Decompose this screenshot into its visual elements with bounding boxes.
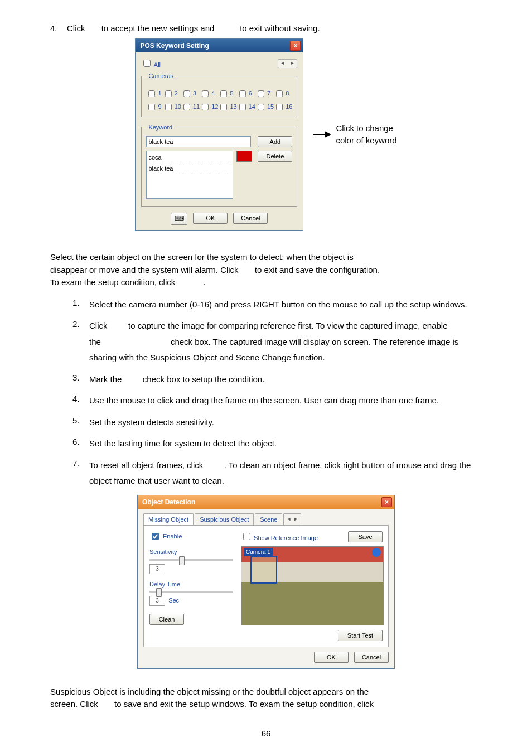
tab-nav[interactable]: ◄ ► — [283, 513, 301, 526]
cameras-legend: Cameras — [146, 71, 176, 81]
start-test-button[interactable]: Start Test — [338, 630, 383, 641]
camera-checkbox[interactable]: 7 — [255, 89, 274, 99]
globe-icon — [372, 548, 381, 557]
ok-button[interactable]: OK — [193, 213, 228, 224]
camera-checkbox[interactable]: 8 — [274, 89, 292, 99]
sensitivity-slider[interactable] — [149, 559, 233, 561]
chevron-left-icon[interactable]: ◄ — [278, 60, 288, 68]
t: To exam the setup condition, click — [50, 277, 175, 287]
t: to exit and save the configuration. — [255, 265, 380, 275]
pos-keyword-dialog: POS Keyword Setting × All ◄ ► Cameras 1 … — [135, 38, 303, 232]
tab-missing-object[interactable]: Missing Object — [143, 513, 194, 526]
camera-checkbox[interactable]: 14 — [237, 102, 255, 112]
arrow-right-icon — [325, 131, 331, 138]
close-icon[interactable]: × — [381, 497, 392, 507]
camera-preview[interactable]: Camera 1 — [241, 546, 384, 625]
camera-checkbox[interactable]: 3 — [181, 89, 200, 99]
cancel-button[interactable]: Cancel — [354, 652, 389, 663]
t: to save and exit the setup windows. To e… — [114, 699, 374, 709]
step-text: Select the camera number (0-16) and pres… — [89, 297, 482, 313]
camera-checkbox[interactable]: 12 — [200, 102, 218, 112]
step-text: Set the system detects sensitivity. — [89, 415, 482, 431]
step-number: 5. — [72, 415, 89, 431]
section-intro: Select the certain object on the screen … — [50, 251, 482, 289]
chevron-right-icon[interactable]: ► — [293, 516, 298, 523]
keyword-list-item[interactable]: coca — [148, 152, 231, 163]
add-button[interactable]: Add — [258, 136, 292, 147]
detection-frame[interactable] — [250, 556, 277, 584]
camera-checkbox[interactable]: 6 — [237, 89, 255, 99]
show-reference-checkbox[interactable]: Show Reference Image — [241, 531, 318, 543]
ok-button[interactable]: OK — [314, 652, 349, 663]
t: screen. Click — [50, 699, 98, 709]
step-text: Click to capture the image for comparing… — [89, 318, 482, 366]
color-callout: Click to change color of keyword — [313, 122, 396, 147]
keyword-list-item[interactable]: black tea — [148, 163, 231, 175]
chevron-right-icon[interactable]: ► — [287, 60, 297, 68]
page-number: 66 — [50, 728, 482, 740]
t: Suspicious Object is including the objec… — [50, 687, 369, 696]
callout-line1: Click to change — [336, 123, 393, 133]
save-button[interactable]: Save — [348, 531, 383, 542]
t: disappear or move and the system will al… — [50, 265, 239, 275]
t: to accept the new settings and — [101, 23, 215, 33]
keyword-input[interactable] — [146, 136, 251, 147]
tabs: Missing Object Suspicious Object Scene ◄… — [143, 513, 389, 526]
dialog-title: Object Detection — [142, 497, 195, 507]
step-number: 2. — [72, 318, 89, 366]
enable-label: Enable — [163, 532, 182, 541]
step-text: To reset all object frames, click . To c… — [89, 458, 482, 489]
camera-checkbox[interactable]: 1 — [146, 89, 162, 99]
tab-scene[interactable]: Scene — [255, 513, 282, 526]
delay-slider[interactable] — [149, 591, 233, 593]
keyword-list[interactable]: cocablack tea — [146, 151, 233, 199]
step-number: 3. — [72, 372, 89, 388]
sec-label: Sec — [168, 597, 179, 604]
tab-suspicious-object[interactable]: Suspicious Object — [195, 513, 254, 526]
keyword-color-swatch[interactable] — [236, 151, 252, 162]
delete-button[interactable]: Delete — [258, 151, 292, 162]
step-number: 1. — [72, 297, 89, 313]
keyword-legend: Keyword — [146, 123, 175, 132]
delay-value: 3 — [149, 596, 165, 606]
camera-checkbox[interactable]: 5 — [218, 89, 236, 99]
page-nav[interactable]: ◄ ► — [278, 59, 298, 68]
step-text: Mark the check box to setup the conditio… — [89, 372, 482, 388]
all-checkbox[interactable]: All — [141, 58, 161, 70]
t: Click — [67, 23, 85, 33]
dialog-titlebar: Object Detection × — [138, 495, 394, 509]
camera-checkbox[interactable]: 4 — [200, 89, 218, 99]
camera-checkbox[interactable]: 16 — [274, 102, 292, 112]
dialog-title: POS Keyword Setting — [140, 41, 209, 51]
step-text: Use the mouse to click and drag the fram… — [89, 393, 482, 409]
camera-checkbox[interactable]: 10 — [163, 102, 181, 112]
camera-checkbox[interactable]: 15 — [255, 102, 274, 112]
cameras-group: Cameras 1 2 3 4 5 6 7 8 9 10 11 12 13 14… — [141, 71, 297, 117]
all-label: All — [154, 61, 161, 68]
camera-checkbox[interactable]: 13 — [218, 102, 236, 112]
callout-line2: color of keyword — [336, 136, 396, 145]
step-text: Click to accept the new settings and to … — [67, 22, 320, 35]
close-icon[interactable]: × — [290, 41, 301, 51]
step-number: 7. — [72, 458, 89, 489]
keyword-group: Keyword Add cocablack tea Delete — [141, 123, 297, 208]
step-number: 6. — [72, 436, 89, 452]
cancel-button[interactable]: Cancel — [233, 213, 268, 224]
camera-checkbox[interactable]: 9 — [146, 102, 162, 112]
step-number: 4. — [72, 393, 89, 409]
tail-paragraph: Suspicious Object is including the objec… — [50, 686, 482, 711]
camera-checkbox[interactable]: 2 — [163, 89, 181, 99]
t: to exit without saving. — [240, 23, 320, 33]
delay-label: Delay Time — [149, 580, 233, 589]
camera-name-badge: Camera 1 — [244, 548, 273, 556]
show-reference-label: Show Reference Image — [254, 535, 318, 541]
camera-checkbox[interactable]: 11 — [181, 102, 200, 112]
chevron-left-icon[interactable]: ◄ — [286, 516, 291, 523]
sensitivity-label: Sensitivity — [149, 547, 233, 557]
callout-line — [313, 134, 325, 135]
clean-button[interactable]: Clean — [149, 614, 184, 625]
step-text: Set the lasting time for system to detec… — [89, 436, 482, 452]
keyboard-icon[interactable]: ⌨ — [171, 213, 187, 225]
enable-checkbox[interactable]: Enable — [149, 531, 233, 542]
dialog-titlebar: POS Keyword Setting × — [136, 39, 303, 52]
